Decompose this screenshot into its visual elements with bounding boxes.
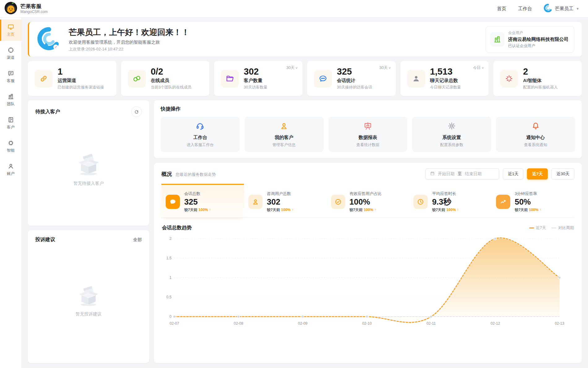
user-menu[interactable]: 芒果员工 ▼ <box>544 4 579 14</box>
quick-action-label: 系统设置 <box>442 135 461 141</box>
burst-icon <box>500 70 518 88</box>
stat-card-sessions[interactable]: 30天 ˅ 325 会话统计 30天接待的访客会话 <box>307 61 396 96</box>
stat-filter-dropdown[interactable]: 30天 ˅ <box>286 65 298 71</box>
quick-action-my-customers[interactable]: 我的客户 管理客户信息 <box>245 117 324 152</box>
sidebar-item-home[interactable]: 主页 <box>0 19 21 41</box>
sidebar-item-teams[interactable]: 团队 <box>0 89 21 110</box>
stat-value: 1 <box>58 67 104 76</box>
date-start-placeholder: 开始日期 <box>438 171 455 177</box>
stat-filter-dropdown[interactable]: 30天 ˅ <box>379 65 390 71</box>
stat-desc: 已创建的运营服务渠道链接 <box>58 85 104 90</box>
building-green-icon <box>490 32 504 46</box>
headset-icon <box>196 122 204 132</box>
quick-actions-title: 快捷操作 <box>161 106 575 112</box>
nav-workbench-link[interactable]: 工作台 <box>518 6 532 12</box>
stat-label: 在线成员 <box>151 78 192 84</box>
stat-value: 1,513 <box>430 67 461 76</box>
trend-chart-icon <box>496 195 510 209</box>
legend-item-current[interactable]: 近7天 <box>529 225 546 231</box>
trend-area-chart[interactable]: 00.511.5202-0702-0802-0902-1002-1102-120… <box>161 233 574 359</box>
metric-tab-sessions[interactable]: 会话总数 325 较7天前 100% ↑ <box>161 184 244 218</box>
empty-state: 暂无待接入客户 <box>28 117 149 226</box>
quick-action-notifications[interactable]: 通知中心 查看系统通知 <box>496 117 575 152</box>
enterprise-status: 已认证企业用户 <box>508 43 568 49</box>
enterprise-card[interactable]: 企业用户 济南云易绘网络科技有限公司 已认证企业用户 <box>486 26 574 53</box>
notebook-icon <box>7 116 14 123</box>
empty-state: 暂无投诉建议 <box>28 243 149 363</box>
range-button-30d[interactable]: 近30天 <box>551 168 574 180</box>
empty-box-icon <box>73 151 104 176</box>
metric-tab-3min-rate[interactable]: 3分钟应答率 50% 较7天前 100% ↑ <box>492 184 574 218</box>
enterprise-name: 济南云易绘网络科技有限公司 <box>508 37 568 42</box>
quick-action-workbench[interactable]: 工作台 进入客服工作台 <box>161 117 240 152</box>
sidebar-item-agents[interactable]: 客服 <box>0 66 21 87</box>
date-separator: 至 <box>458 171 462 177</box>
quick-action-label: 数据报表 <box>359 135 377 141</box>
stat-desc: 30天访客数量 <box>244 85 267 90</box>
legend-item-compare[interactable]: 对比周期 <box>551 225 574 231</box>
svg-text:1.5: 1.5 <box>166 256 172 260</box>
stat-label: 聊天记录总数 <box>430 78 461 84</box>
stat-filter-dropdown[interactable]: 今日 ˅ <box>473 65 484 71</box>
stat-card-online-members[interactable]: 0/2 在线成员 当前3个团队的在线成员 <box>121 61 210 96</box>
overview-title: 概况 <box>161 171 172 178</box>
nav-home-link[interactable]: 首页 <box>497 6 506 12</box>
sidebar-item-account[interactable]: 账户 <box>0 159 21 180</box>
interlock-icon <box>128 70 146 88</box>
range-button-7d[interactable]: 近7天 <box>527 168 548 180</box>
range-button-1d[interactable]: 近1天 <box>503 168 524 180</box>
svg-text:02-08: 02-08 <box>234 321 243 326</box>
monitor-icon <box>7 24 14 30</box>
sidebar-item-customers[interactable]: 客户 <box>0 112 21 134</box>
quick-action-desc: 查看系统通知 <box>524 142 547 148</box>
chip-icon <box>7 140 14 146</box>
quick-action-desc: 查看统计数据 <box>356 142 379 148</box>
check-circle-icon <box>331 195 345 209</box>
app-logo-icon: ♂ <box>37 27 61 52</box>
metric-tab-answer-ratio[interactable]: 有效应答用户占比 100% 较7天前 100% ↑ <box>327 184 409 218</box>
pending-customers-panel: 待接入客户 <box>28 100 149 226</box>
stat-value: 2 <box>523 67 558 76</box>
metric-value: 302 <box>267 197 294 206</box>
brand: 芒果客服 MangoCSR.com <box>4 2 48 16</box>
metric-label: 会话总数 <box>184 191 211 197</box>
building-icon <box>7 93 14 100</box>
up-arrow-icon: ↑ <box>457 208 459 212</box>
metric-tab-users[interactable]: 咨询用户总数 302 较7天前 100% ↑ <box>244 184 327 218</box>
person-icon <box>7 163 14 170</box>
quick-action-label: 工作台 <box>193 135 207 141</box>
quick-action-reports[interactable]: 数据报表 查看统计数据 <box>329 117 407 152</box>
up-arrow-icon: ↑ <box>292 208 294 212</box>
stat-card-chat-records[interactable]: 今日 ˅ 1,513 聊天记录总数 今日聊天记录数量 <box>400 61 489 96</box>
main-content: ♂ 芒果员工，上午好！欢迎回来！！ 欢迎使用客服管理系统，开启您的智能客服之旅 … <box>22 18 588 368</box>
mango-logo-icon <box>4 2 17 16</box>
metric-label: 咨询用户总数 <box>267 191 294 197</box>
app-root: 芒果客服 MangoCSR.com 首页 工作台 芒果员工 ▼ <box>0 0 588 368</box>
stat-label: 会话统计 <box>337 78 372 84</box>
refresh-button[interactable] <box>131 106 142 117</box>
svg-text:♂: ♂ <box>54 45 58 50</box>
metric-tab-avg-response[interactable]: 平均应答时长 9.3秒 较7天前 100% ↑ <box>409 184 492 218</box>
metric-value: 325 <box>184 197 211 206</box>
stat-card-customers[interactable]: 30天 ˅ 302 客户数量 30天访客数量 <box>214 61 303 96</box>
metric-value: 9.3秒 <box>432 197 459 206</box>
svg-text:02-13: 02-13 <box>555 321 564 326</box>
svg-text:0: 0 <box>169 314 172 319</box>
legend-swatch <box>551 227 556 228</box>
svg-text:02-10: 02-10 <box>362 321 372 326</box>
sidebar-item-channels[interactable]: 渠道 <box>0 43 21 64</box>
metric-label: 有效应答用户占比 <box>350 191 382 197</box>
stat-label: 客户数量 <box>244 78 267 84</box>
sidebar-item-ai[interactable]: 智能 <box>0 136 21 157</box>
stat-card-ai-agents[interactable]: 2 AI智能体 配置的AI客服机器人 <box>493 61 582 96</box>
view-all-link[interactable]: 全部 <box>133 237 142 243</box>
chat-bubble-icon <box>166 195 180 209</box>
quick-action-desc: 配置系统参数 <box>440 142 463 148</box>
chart-title: 会话总数趋势 <box>162 225 192 231</box>
up-arrow-icon: ↑ <box>374 208 376 212</box>
stat-card-channels[interactable]: 1 运营渠道 已创建的运营服务渠道链接 <box>28 61 116 96</box>
welcome-title: 芒果员工，上午好！欢迎回来！！ <box>69 27 189 38</box>
date-range-picker[interactable]: 开始日期 至 结束日期 <box>425 168 499 180</box>
quick-action-settings[interactable]: 系统设置 配置系统参数 <box>412 117 491 152</box>
link-icon <box>35 70 53 88</box>
